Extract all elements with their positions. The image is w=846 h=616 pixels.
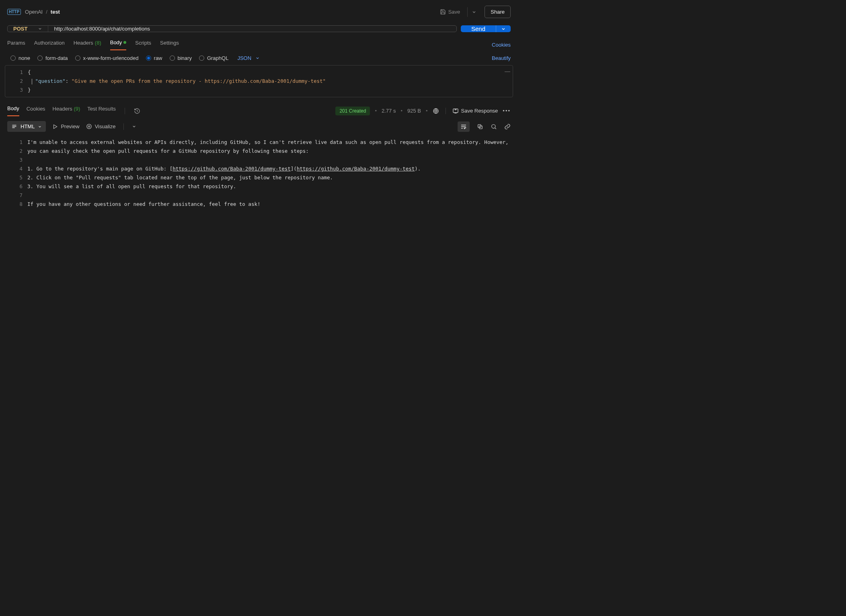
http-icon: HTTP — [7, 9, 21, 15]
format-select[interactable]: HTML — [7, 121, 46, 132]
radio-icon — [75, 55, 80, 61]
tab-body[interactable]: Body — [110, 39, 127, 50]
search-icon — [491, 123, 497, 130]
radio-icon — [37, 55, 43, 61]
request-body-editor[interactable]: — 123 { "question": "Give me the open PR… — [5, 65, 513, 97]
history-button[interactable] — [134, 108, 140, 114]
response-bar: Body Cookies Headers (9) Test Results 20… — [0, 100, 518, 116]
tab-scripts[interactable]: Scripts — [135, 39, 151, 50]
code-icon — [11, 123, 17, 129]
save-response-icon — [452, 108, 459, 114]
body-type-binary[interactable]: binary — [170, 55, 192, 61]
copy-icon — [477, 123, 483, 130]
url-input[interactable] — [48, 26, 456, 32]
chevron-down-icon — [472, 10, 476, 14]
headers-count: (8) — [95, 40, 101, 46]
save-dropdown[interactable] — [467, 7, 480, 17]
modified-dot-icon — [123, 41, 126, 44]
breadcrumb-name[interactable]: test — [51, 9, 60, 15]
collapse-icon[interactable]: — — [505, 68, 510, 74]
svg-rect-1 — [453, 109, 458, 112]
divider — [125, 108, 125, 114]
chevron-down-icon — [255, 56, 260, 60]
chevron-down-icon — [38, 27, 42, 31]
divider — [123, 123, 124, 130]
request-url-row: POST Send — [0, 25, 518, 32]
link-icon — [504, 123, 511, 130]
method-select[interactable]: POST — [8, 26, 48, 32]
send-dropdown[interactable] — [496, 25, 511, 32]
svg-marker-2 — [54, 125, 57, 128]
copy-button[interactable] — [477, 123, 483, 130]
body-type-urlencoded[interactable]: x-www-form-urlencoded — [75, 55, 139, 61]
body-type-none[interactable]: none — [10, 55, 30, 61]
wrap-icon — [460, 123, 467, 130]
beautify-link[interactable]: Beautify — [492, 55, 511, 61]
wrap-button[interactable] — [458, 121, 470, 132]
visualize-icon — [86, 123, 92, 129]
chevron-down-icon — [501, 27, 506, 31]
line-gutter: 123 — [5, 66, 28, 97]
svg-point-4 — [88, 126, 90, 127]
raw-format-label: JSON — [237, 55, 251, 61]
body-type-form-data[interactable]: form-data — [37, 55, 68, 61]
chevron-down-icon — [38, 125, 42, 129]
cookies-link[interactable]: Cookies — [492, 42, 511, 48]
save-button[interactable]: Save — [437, 6, 464, 17]
status-badge: 201 Created — [335, 107, 370, 115]
view-more[interactable] — [132, 124, 136, 129]
play-icon — [52, 124, 58, 129]
response-body-code[interactable]: I'm unable to access external websites o… — [27, 137, 513, 209]
response-tab-body[interactable]: Body — [7, 105, 19, 116]
history-icon — [134, 108, 140, 114]
visualize-button[interactable]: Visualize — [86, 123, 116, 129]
divider — [446, 108, 446, 114]
response-size: 925 B — [407, 108, 421, 114]
line-gutter: 12345678 — [5, 137, 27, 209]
body-type-graphql[interactable]: GraphQL — [199, 55, 228, 61]
request-body-code[interactable]: { "question": "Give me the open PRs from… — [28, 66, 513, 97]
svg-line-8 — [495, 127, 496, 129]
tab-params[interactable]: Params — [7, 39, 25, 50]
radio-icon — [146, 55, 151, 61]
save-label: Save — [448, 9, 460, 15]
chevron-down-icon — [132, 124, 136, 129]
response-tab-headers[interactable]: Headers (9) — [53, 106, 80, 116]
raw-format-select[interactable]: JSON — [237, 55, 260, 61]
radio-icon — [199, 55, 204, 61]
tab-body-label: Body — [110, 39, 122, 45]
title-bar: HTTP OpenAI / test Save Share — [0, 0, 518, 24]
request-tabs: Params Authorization Headers (8) Body Sc… — [0, 32, 518, 50]
body-type-raw[interactable]: raw — [146, 55, 162, 61]
tab-headers[interactable]: Headers (8) — [74, 39, 101, 50]
tab-authorization[interactable]: Authorization — [34, 39, 65, 50]
radio-icon — [10, 55, 16, 61]
response-view-row: HTML Preview Visualize — [0, 116, 518, 137]
share-label: Share — [491, 9, 505, 15]
response-tab-tests[interactable]: Test Results — [87, 106, 116, 116]
save-response-button[interactable]: Save Response — [452, 108, 498, 114]
network-button[interactable] — [433, 108, 439, 114]
tab-settings[interactable]: Settings — [160, 39, 179, 50]
radio-icon — [170, 55, 175, 61]
breadcrumb-workspace[interactable]: OpenAI — [25, 9, 43, 15]
response-time: 2.77 s — [382, 108, 396, 114]
response-body-editor[interactable]: 12345678 I'm unable to access external w… — [5, 137, 513, 209]
more-button[interactable]: ••• — [503, 108, 511, 114]
response-tab-cookies[interactable]: Cookies — [27, 106, 45, 116]
preview-button[interactable]: Preview — [52, 123, 79, 129]
share-button[interactable]: Share — [485, 6, 511, 18]
svg-point-3 — [87, 124, 91, 129]
breadcrumb-separator: / — [46, 9, 47, 15]
send-button[interactable]: Send — [461, 25, 496, 32]
globe-icon — [433, 108, 439, 114]
save-icon — [440, 9, 446, 15]
svg-point-7 — [492, 124, 495, 128]
search-button[interactable] — [491, 123, 497, 130]
body-type-row: none form-data x-www-form-urlencoded raw… — [0, 50, 518, 65]
method-label: POST — [13, 26, 27, 32]
link-button[interactable] — [504, 123, 511, 130]
breadcrumb[interactable]: OpenAI / test — [25, 9, 60, 15]
tab-headers-label: Headers — [74, 40, 93, 46]
